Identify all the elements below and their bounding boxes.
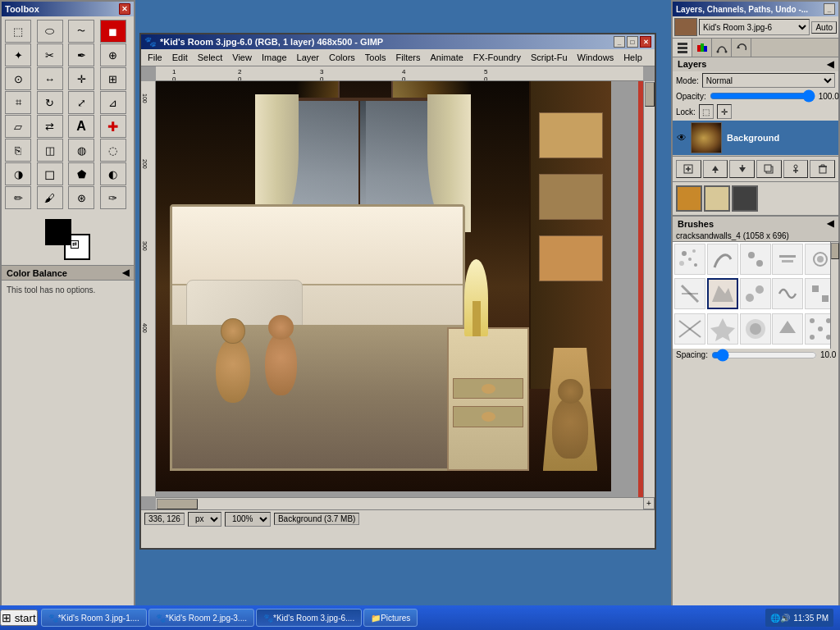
unit-selector[interactable]: px % (188, 512, 221, 527)
shear-tool[interactable]: ⊿ (100, 91, 126, 114)
menu-script-fu[interactable]: Script-Fu (526, 51, 573, 64)
brushes-scroll-thumb[interactable] (831, 243, 839, 259)
move-tool[interactable]: ✛ (68, 67, 94, 90)
layers-section-expand[interactable]: ◀ (827, 59, 833, 70)
foreground-color-swatch[interactable] (45, 219, 71, 245)
zoom-tool[interactable]: ⊙ (5, 67, 31, 90)
menu-file[interactable]: File (143, 51, 167, 64)
brush-item-13[interactable] (740, 313, 771, 345)
dodge-burn-tool[interactable]: ◑ (5, 162, 31, 185)
menu-image[interactable]: Image (257, 51, 292, 64)
tab-channels[interactable] (692, 39, 712, 57)
menu-edit[interactable]: Edit (167, 51, 193, 64)
tab-layers[interactable] (673, 39, 692, 57)
layers-mode-dropdown[interactable]: Normal (702, 73, 835, 88)
color-picker-tool[interactable]: ⊕ (100, 43, 126, 66)
brush-item-9[interactable] (772, 278, 803, 309)
color-patch-orange[interactable] (676, 185, 702, 212)
canvas-expand-button[interactable]: + (643, 497, 655, 509)
crop-tool[interactable]: ⌗ (5, 91, 31, 114)
gimp-maximize-button[interactable]: □ (627, 36, 638, 48)
brush-item-8[interactable] (740, 278, 771, 309)
tab-paths[interactable] (712, 39, 732, 57)
delete-layer-button[interactable] (810, 160, 835, 178)
anchor-layer-button[interactable] (783, 160, 809, 178)
brushes-expand[interactable]: ◀ (827, 218, 833, 229)
lasso-tool[interactable]: 〜 (68, 20, 94, 43)
zoom-selector[interactable]: 100% 50% 200% (225, 512, 271, 527)
color-patch-tan[interactable] (704, 185, 730, 212)
brush-item-14[interactable] (772, 313, 803, 345)
toolbox-close-button[interactable]: ✕ (119, 3, 130, 15)
canvas-image[interactable] (156, 81, 611, 491)
taskbar-item-0[interactable]: 🐾 *Kid's Room 3.jpg-1.... (41, 609, 147, 627)
brush-item-7[interactable] (707, 278, 738, 309)
duplicate-layer-button[interactable] (756, 160, 782, 178)
perspective-tool[interactable]: ▱ (5, 115, 31, 138)
scale-tool[interactable]: ⤢ (68, 91, 94, 114)
paths-tool[interactable]: ✒ (68, 43, 94, 66)
swap-colors-icon[interactable]: ⇄ (71, 240, 79, 249)
brush-item-6[interactable] (674, 278, 705, 309)
perspective-clone-tool[interactable]: ◫ (37, 139, 63, 162)
menu-windows[interactable]: Windows (573, 51, 619, 64)
taskbar-item-3[interactable]: 📁 Pictures (363, 609, 418, 627)
blend-tool[interactable]: ◐ (100, 162, 126, 185)
canvas-horizontal-scrollbar[interactable] (156, 497, 643, 509)
tab-undo[interactable] (732, 39, 751, 57)
tool-options-expand[interactable]: ◀ (122, 267, 129, 278)
layers-image-dropdown[interactable]: Kid's Room 3.jpg-6 (699, 19, 810, 35)
blur-sharpen-tool[interactable]: ◍ (68, 139, 94, 162)
lower-layer-button[interactable] (729, 160, 755, 178)
pencil-tool[interactable]: ✏ (5, 186, 31, 209)
layers-minimize-button[interactable]: _ (824, 3, 835, 15)
extra-tool[interactable]: ◼ (100, 20, 126, 43)
color-patch-dark[interactable] (732, 185, 758, 212)
fuzzy-select-tool[interactable]: ✦ (5, 43, 31, 66)
raise-layer-button[interactable] (703, 160, 728, 178)
menu-animate[interactable]: Animate (425, 51, 468, 64)
start-button[interactable]: ⊞ start (0, 609, 38, 626)
menu-help[interactable]: Help (619, 51, 647, 64)
spacing-slider[interactable] (711, 351, 817, 359)
ellipse-select-tool[interactable]: ⬭ (37, 20, 63, 43)
layer-visibility-toggle[interactable]: 👁 (674, 130, 689, 145)
brush-item-11[interactable] (674, 313, 705, 345)
menu-fx-foundry[interactable]: FX-Foundry (468, 51, 526, 64)
clone-tool[interactable]: ⎘ (5, 139, 31, 162)
align-tool[interactable]: ⊞ (100, 67, 126, 90)
brush-item-1[interactable] (674, 244, 705, 275)
menu-view[interactable]: View (227, 51, 257, 64)
ink-tool[interactable]: ✑ (100, 186, 126, 209)
canvas-vertical-scrollbar[interactable] (643, 81, 655, 497)
hscroll-thumb[interactable] (157, 499, 198, 509)
layers-auto-button[interactable]: Auto (811, 21, 837, 34)
brush-item-4[interactable] (772, 244, 803, 275)
vscroll-thumb[interactable] (645, 82, 655, 107)
taskbar-item-2[interactable]: 🐾 *Kid's Room 3.jpg-6.... (256, 609, 362, 627)
brush-item-12[interactable] (707, 313, 738, 345)
new-layer-button[interactable] (676, 160, 701, 178)
layer-background-row[interactable]: 👁 Background (673, 121, 838, 156)
measure-tool[interactable]: ↔ (37, 67, 63, 90)
heal-tool[interactable]: ✚ (100, 115, 126, 138)
opacity-slider[interactable] (710, 91, 815, 101)
brush-item-2[interactable] (707, 244, 738, 275)
rotate-tool[interactable]: ↻ (37, 91, 63, 114)
menu-filters[interactable]: Filters (391, 51, 426, 64)
erase-tool[interactable]: ◻ (37, 162, 63, 185)
paintbrush-tool[interactable]: 🖌 (37, 186, 63, 209)
gimp-close-button[interactable]: ✕ (640, 36, 651, 48)
menu-select[interactable]: Select (193, 51, 228, 64)
menu-tools[interactable]: Tools (360, 51, 391, 64)
rect-select-tool[interactable]: ⬚ (5, 20, 31, 43)
flip-tool[interactable]: ⇄ (37, 115, 63, 138)
canvas-area[interactable]: 100 200 300 400 500 100 200 300 400 (141, 66, 655, 509)
gimp-minimize-button[interactable]: _ (614, 36, 625, 48)
paint-bucket-tool[interactable]: ⬟ (68, 162, 94, 185)
menu-layer[interactable]: Layer (292, 51, 325, 64)
lock-position-button[interactable]: ✛ (717, 104, 732, 119)
brushes-vertical-scrollbar[interactable] (830, 242, 838, 349)
airbrush-tool[interactable]: ⊛ (68, 186, 94, 209)
scissors-select-tool[interactable]: ✂ (37, 43, 63, 66)
